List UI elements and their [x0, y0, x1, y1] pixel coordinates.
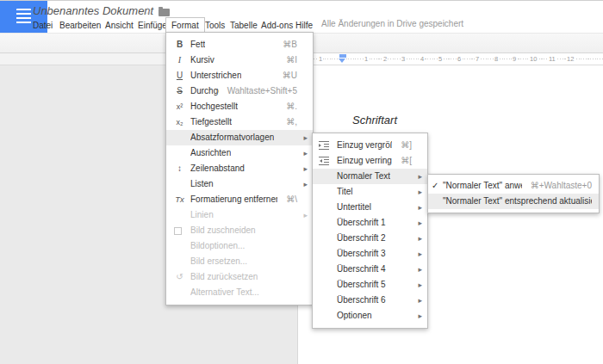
ruler-number: 2: [382, 55, 388, 63]
folder-icon[interactable]: [159, 9, 170, 16]
menu-label: Tiefgestellt: [190, 114, 232, 130]
menu-label: Formatierung entfernen: [190, 192, 277, 207]
menu-item-einzug-verringern[interactable]: Einzug verringern ⌘[: [313, 153, 427, 169]
menu-item-normaler-text-anwenden[interactable]: "Normaler Text" anwenden ⌘+Wahltaste+0: [428, 178, 599, 194]
menu-item-hochgestellt[interactable]: x² Hochgestellt ⌘.: [166, 99, 313, 114]
menu-item-ueberschrift-5[interactable]: Überschrift 5: [313, 277, 427, 293]
menu-item-bild-zuruecksetzen: ↺ Bild zurücksetzen: [166, 269, 313, 285]
menu-item-bild-ersetzen: Bild ersetzen...: [166, 254, 313, 269]
menu-label: Alternativer Text...: [190, 285, 259, 300]
ruler-number: 8: [494, 55, 499, 63]
menu-label: Absatzformatvorlagen: [190, 130, 274, 145]
indent-marker[interactable]: [339, 54, 346, 64]
checkmark-icon: [432, 178, 438, 194]
submenu-arrow-icon: [303, 130, 308, 145]
menu-label: Bild ersetzen...: [190, 254, 247, 269]
menu-item-tiefgestellt[interactable]: x₂ Tiefgestellt ⌘,: [166, 114, 313, 130]
normal-text-submenu: "Normaler Text" anwenden ⌘+Wahltaste+0 "…: [427, 174, 600, 213]
crop-icon: [174, 227, 182, 235]
submenu-arrow-icon: [303, 145, 308, 161]
doc-title[interactable]: Unbenanntes Dokument: [33, 4, 153, 17]
menu-label: Bild zurücksetzen: [190, 269, 258, 285]
menu-item-normaler-text[interactable]: Normaler Text: [313, 169, 427, 184]
menu-ansicht[interactable]: Ansicht: [105, 19, 134, 33]
ruler-number: 6: [457, 55, 462, 63]
left-indent-icon: [339, 59, 345, 63]
menu-label: Überschrift 2: [337, 231, 386, 246]
submenu-arrow-icon: [418, 231, 422, 246]
menu-label: Einzug vergrößern: [337, 138, 392, 153]
menu-label: Hochgestellt: [190, 99, 238, 114]
menu-format[interactable]: Format: [165, 17, 205, 33]
underline-icon: U: [172, 68, 187, 83]
menu-label: Überschrift 1: [337, 215, 386, 231]
submenu-arrow-icon: [418, 308, 422, 324]
menu-label: Überschrift 6: [337, 293, 386, 308]
docs-logo-lines-icon: [16, 9, 31, 24]
menu-bearbeiten[interactable]: Bearbeiten: [59, 19, 101, 33]
menu-item-ueberschrift-6[interactable]: Überschrift 6: [313, 293, 427, 308]
first-line-indent-icon: [339, 54, 346, 58]
menu-item-ueberschrift-3[interactable]: Überschrift 3: [313, 246, 427, 262]
menu-item-bildoptionen: Bildoptionen...: [166, 238, 313, 254]
menu-shortcut: ⌘U: [274, 68, 297, 83]
menu-item-zeilenabstand[interactable]: ↕ Zeilenabstand: [166, 161, 313, 176]
star-icon[interactable]: ☆: [143, 5, 152, 17]
menu-item-ausrichten[interactable]: Ausrichten: [166, 145, 313, 161]
menu-label: Unterstrichen: [190, 68, 241, 83]
menu-label: Fett: [190, 37, 205, 52]
superscript-icon: x²: [172, 99, 187, 114]
bold-icon: B: [172, 37, 187, 52]
menu-item-einzug-vergroessern[interactable]: Einzug vergrößern ⌘]: [313, 138, 427, 153]
menu-tools[interactable]: Tools: [205, 19, 225, 33]
menu-item-normaler-text-aktualisieren[interactable]: "Normaler Text" entsprechend aktualisier…: [428, 194, 599, 209]
header: Unbenanntes Dokument ☆ Datei Bearbeiten …: [0, 0, 603, 33]
menu-label: Kursiv: [190, 52, 214, 68]
menu-label: Listen: [190, 176, 214, 192]
menu-datei[interactable]: Datei: [33, 19, 53, 33]
menu-item-titel[interactable]: Titel: [313, 184, 427, 200]
menu-addons[interactable]: Add-ons: [261, 19, 293, 33]
menu-item-durchgestrichen[interactable]: S Durchgestrichen Wahltaste+Shift+5: [166, 83, 313, 99]
menu-item-bild-zuschneiden: Bild zuschneiden: [166, 223, 313, 238]
ruler-number: 5: [438, 55, 443, 63]
menu-item-fett[interactable]: B Fett ⌘B: [166, 37, 313, 52]
submenu-arrow-icon: [418, 277, 422, 293]
ruler-number: 7: [475, 55, 480, 63]
paragraph-styles-submenu: Einzug vergrößern ⌘] Einzug verringern ⌘…: [312, 133, 428, 329]
menu-item-unterstrichen[interactable]: U Unterstrichen ⌘U: [166, 68, 313, 83]
menu-item-ueberschrift-1[interactable]: Überschrift 1: [313, 215, 427, 231]
menu-label: Linien: [190, 207, 214, 223]
submenu-arrow-icon: [418, 293, 422, 308]
window-top-border: [0, 0, 603, 1]
menu-label: Optionen: [337, 308, 372, 324]
submenu-arrow-icon: [418, 200, 422, 215]
menu-item-optionen[interactable]: Optionen: [313, 308, 427, 324]
menu-item-ueberschrift-4[interactable]: Überschrift 4: [313, 262, 427, 277]
menu-tabelle[interactable]: Tabelle: [230, 19, 258, 33]
submenu-arrow-icon: [418, 184, 422, 200]
menu-item-formatierung-entfernen[interactable]: Tx Formatierung entfernen ⌘\: [166, 192, 313, 207]
menu-item-untertitel[interactable]: Untertitel: [313, 200, 427, 215]
document-text[interactable]: Schriftart: [352, 114, 397, 126]
italic-icon: I: [172, 52, 187, 68]
submenu-arrow-icon: [303, 207, 308, 223]
menu-item-kursiv[interactable]: I Kursiv ⌘I: [166, 52, 313, 68]
ruler-number: 1: [318, 55, 323, 63]
menu-label: Einzug verringern: [337, 153, 392, 169]
menu-label: Titel: [337, 184, 353, 200]
submenu-arrow-icon: [418, 246, 422, 262]
strikethrough-icon: S: [172, 83, 187, 99]
menu-shortcut: ⌘\: [277, 192, 297, 207]
indent-increase-icon: [319, 141, 329, 150]
line-spacing-icon: ↕: [172, 161, 187, 176]
menu-label: Normaler Text: [337, 169, 390, 184]
menu-shortcut: ⌘]: [392, 138, 412, 153]
menu-item-ueberschrift-2[interactable]: Überschrift 2: [313, 231, 427, 246]
menu-item-listen[interactable]: Listen: [166, 176, 313, 192]
menu-label: Zeilenabstand: [190, 161, 245, 176]
menu-hilfe[interactable]: Hilfe: [295, 19, 313, 33]
menu-shortcut: ⌘B: [274, 37, 297, 52]
menu-item-absatzformatvorlagen[interactable]: Absatzformatvorlagen: [166, 130, 313, 145]
ruler-number: 12: [566, 55, 575, 63]
